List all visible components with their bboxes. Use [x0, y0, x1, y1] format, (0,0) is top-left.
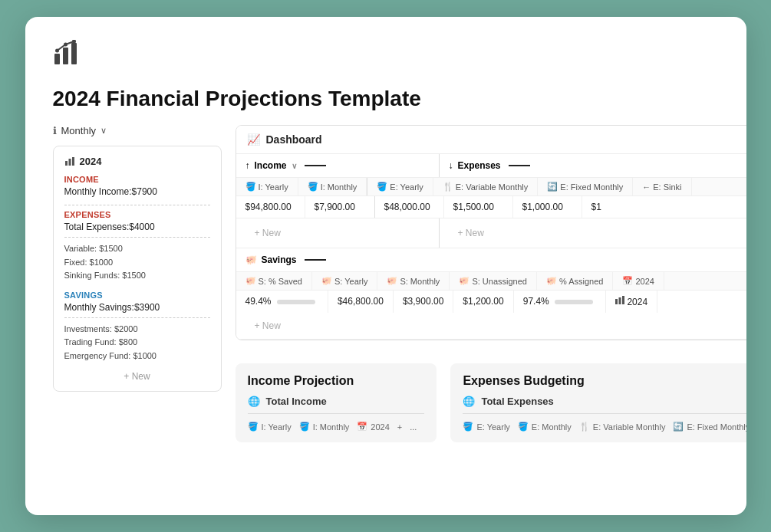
income-label: INCOME [64, 175, 210, 184]
bucket-icon: 🪣 [245, 182, 256, 192]
fork-icon: 🍴 [579, 422, 590, 432]
val-s-pct-saved: 49.4% [236, 291, 328, 313]
col-e-variable[interactable]: 🍴 E: Variable Monthly [433, 178, 539, 195]
val-i-yearly: $94,800.00 [236, 196, 305, 218]
expenses-total: Total Expenses:$4000 [64, 222, 210, 232]
svg-rect-2 [71, 43, 77, 64]
col-year-ref[interactable]: 📅2024 [613, 272, 664, 290]
expenses-values: $48,000.00 $1,500.00 $1,000.00 $1 [375, 196, 746, 218]
expenses-section-label: ↓ Expenses [440, 154, 746, 177]
income-values: $94,800.00 $7,900.00 [236, 196, 375, 218]
expenses-label: EXPENSES [64, 210, 210, 219]
cal-icon: 📅 [357, 422, 367, 432]
bp-col-i-monthly[interactable]: 🪣 I: Monthly [299, 419, 357, 435]
app-icon [53, 40, 719, 73]
income-projection-panel: Income Projection 🌐 Total Income 🪣 I: Ye… [236, 363, 437, 442]
val-s-yearly: $46,800.00 [328, 291, 394, 313]
savings-add-new[interactable]: + New [245, 316, 746, 336]
data-values-row: $94,800.00 $7,900.00 $48,000.00 $1,500.0… [236, 196, 746, 218]
bucket-icon: 🪣 [308, 182, 318, 192]
bucket-icon: 🪣 [377, 182, 387, 192]
sidebar: ℹ Monthly ∨ 2024 INCOME Monthly Income:$… [53, 125, 222, 442]
bp-col-e-yearly[interactable]: 🪣 E: Yearly [463, 419, 517, 435]
income-expenses-header: ↑ Income ∨ ↓ Expenses [236, 154, 746, 178]
col-e-yearly[interactable]: 🪣 E: Yearly [367, 178, 433, 195]
val-s-unassigned: $1,200.00 [453, 291, 513, 313]
col-s-yearly[interactable]: 🐖S: Yearly [312, 272, 377, 290]
savings-add-new-row: + New [236, 313, 746, 339]
bucket-icon: 🪣 [463, 422, 473, 432]
col-s-pct-saved[interactable]: 🐖S: % Saved [236, 272, 312, 290]
main-card: 2024 Financial Projections Template ℹ Mo… [25, 17, 746, 515]
main-content: 📈 Dashboard ↑ Income ∨ [236, 125, 746, 442]
sidebar-year-row: 2024 [64, 156, 210, 167]
bucket-icon: 🪣 [518, 422, 529, 432]
svg-rect-1 [63, 48, 68, 64]
pig-icon: 🐖 [245, 255, 257, 265]
progress-bar-1 [277, 300, 315, 304]
income-projection-header: 🌐 Total Income [248, 396, 425, 407]
val-e-fixed: $1,000.00 [513, 196, 582, 218]
sidebar-expenses-section: EXPENSES Total Expenses:$4000 Variable: … [64, 210, 210, 283]
globe-icon-income: 🌐 [248, 396, 260, 407]
income-monthly: Monthly Income:$7900 [64, 186, 210, 197]
sidebar-income-section: INCOME Monthly Income:$7900 [64, 175, 210, 197]
col-e-fixed[interactable]: 🔄 E: Fixed Monthly [538, 178, 633, 195]
income-projection-cols: 🪣 I: Yearly 🪣 I: Monthly 📅 2024 + [248, 413, 425, 435]
col-i-yearly[interactable]: 🪣 I: Yearly [236, 178, 298, 195]
sync-icon: 🔄 [673, 422, 684, 432]
income-up-icon: ↑ [245, 160, 250, 171]
bp-col-e-variable[interactable]: 🍴 E: Variable Monthly [579, 419, 674, 435]
bp-col-add[interactable]: + [397, 419, 410, 435]
filter-label[interactable]: Monthly [61, 125, 97, 136]
sidebar-card: 2024 INCOME Monthly Income:$7900 EXPENSE… [53, 146, 222, 392]
val-pct-assigned: 97.4% [514, 291, 606, 313]
val-s-monthly: $3,900.00 [394, 291, 453, 313]
sidebar-add-new[interactable]: + New [64, 371, 210, 382]
income-add-new[interactable]: + New [245, 223, 430, 243]
col-e-sinking[interactable]: ← E: Sinki [633, 178, 691, 195]
expenses-budgeting-cols: 🪣 E: Yearly 🪣 E: Monthly 🍴 E: Variable M… [463, 413, 746, 435]
savings-label: SAVINGS [64, 291, 210, 300]
arrow-icon: ← [642, 182, 651, 192]
expenses-inner-divider [64, 237, 210, 238]
bp-col-e-monthly[interactable]: 🪣 E: Monthly [518, 419, 579, 435]
expenses-down-icon: ↓ [449, 160, 453, 171]
expenses-budgeting-header: 🌐 Total Expenses [463, 396, 746, 407]
sync-icon: 🔄 [547, 182, 558, 192]
globe-icon-expenses: 🌐 [463, 396, 475, 407]
svg-rect-0 [54, 54, 60, 64]
fork-icon: 🍴 [443, 182, 453, 192]
val-year-ref: 2024 [606, 291, 657, 313]
savings-values: 49.4% $46,800.00 $3,900.00 $1,200.00 97.… [236, 291, 746, 313]
col-s-monthly[interactable]: 🐖S: Monthly [377, 272, 450, 290]
bp-col-more[interactable]: ... [410, 419, 424, 435]
page-title: 2024 Financial Projections Template [53, 87, 719, 111]
savings-monthly: Monthly Savings:$3900 [64, 302, 210, 313]
savings-detail: Investments: $2000 Trading Fund: $800 Em… [64, 323, 210, 363]
col-pct-assigned[interactable]: 🐖% Assigned [537, 272, 613, 290]
bp-col-year[interactable]: 📅 2024 [357, 419, 397, 435]
svg-rect-10 [619, 297, 621, 304]
val-e-sinking: $1 [582, 196, 651, 218]
svg-rect-8 [72, 157, 74, 166]
val-i-monthly: $7,900.00 [305, 196, 374, 218]
expenses-detail: Variable: $1500 Fixed: $1000 Sinking Fun… [64, 242, 210, 283]
bp-col-e-fixed[interactable]: 🔄 E: Fixed Monthly [673, 419, 746, 435]
val-e-yearly: $48,000.00 [375, 196, 444, 218]
bp-col-i-yearly[interactable]: 🪣 I: Yearly [248, 419, 299, 435]
expenses-budgeting-title: Expenses Budgeting [463, 374, 746, 388]
col-i-monthly[interactable]: 🪣 I: Monthly [298, 178, 367, 195]
income-col-headers: 🪣 I: Yearly 🪣 I: Monthly [236, 178, 368, 195]
svg-rect-9 [615, 299, 618, 304]
expenses-col-headers: 🪣 E: Yearly 🍴 E: Variable Monthly 🔄 E: F… [367, 178, 746, 195]
income-projection-title: Income Projection [248, 374, 425, 388]
expenses-add-new[interactable]: + New [449, 223, 746, 243]
filter-bar[interactable]: ℹ Monthly ∨ [53, 125, 222, 136]
dashboard-title: Dashboard [266, 133, 322, 146]
col-s-unassigned[interactable]: 🐖S: Unassigned [450, 272, 537, 290]
svg-rect-11 [622, 296, 624, 304]
savings-header: 🐖 Savings [236, 248, 746, 271]
dashboard-body: ↑ Income ∨ ↓ Expenses [236, 154, 746, 340]
col-headers-row: 🪣 I: Yearly 🪣 I: Monthly 🪣 [236, 178, 746, 196]
